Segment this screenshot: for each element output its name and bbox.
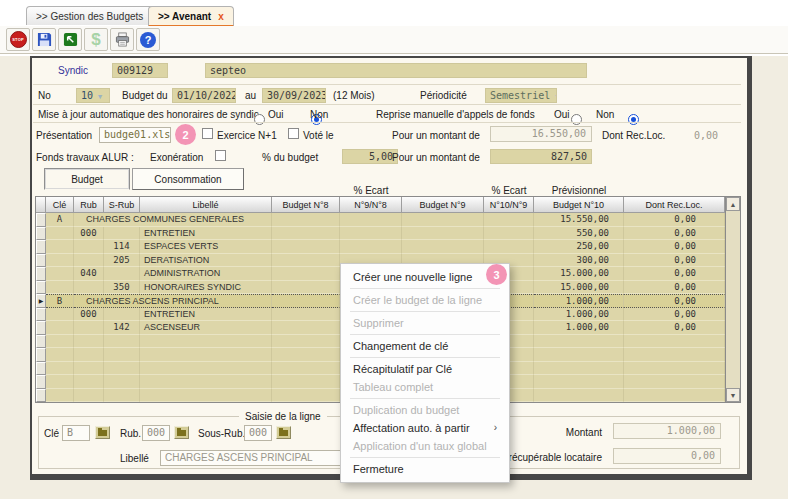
context-menu: Créer une nouvelle ligneCréer le budget … — [340, 263, 510, 483]
separator — [33, 84, 741, 85]
menu-item-label: Créer une nouvelle ligne — [353, 268, 472, 286]
sousrub-folder-button[interactable] — [276, 426, 291, 439]
budget-du-label: Budget du — [122, 90, 168, 101]
periodicite-select[interactable]: Semestriel▼ — [485, 88, 557, 103]
cell-srub — [104, 267, 140, 281]
scroll-up-icon[interactable]: ▲ — [726, 197, 740, 211]
cell-budget-n10 — [534, 375, 624, 389]
cell-cle — [46, 362, 74, 376]
table-row[interactable]: ACHARGES COMMUNES GENERALES15.550,000,00 — [36, 213, 740, 227]
ecart-109-label: % Ecart — [491, 185, 526, 196]
menu-item[interactable]: Affectation auto. à partir› — [341, 419, 509, 437]
dollar-icon: $ — [91, 30, 100, 50]
maj-oui-radio[interactable] — [254, 114, 265, 125]
montant-alur-field[interactable]: 827,50 — [490, 149, 592, 164]
syndic-code-field[interactable]: 009129 — [112, 63, 168, 78]
cell-cle — [46, 267, 74, 281]
column-header: Budget N°8 — [272, 197, 340, 213]
menu-item-label: Application d'un taux global — [353, 437, 487, 455]
syndic-name-field[interactable]: septeo — [205, 63, 587, 78]
previsionnel-label: Prévisionnel — [552, 185, 606, 196]
row-selector — [36, 254, 46, 268]
cell-ecart-n10n9 — [484, 213, 534, 227]
table-scrollbar[interactable]: ▲ ▼ — [725, 197, 740, 402]
table-row[interactable]: 114ESPACES VERTS250,000,00 — [36, 240, 740, 254]
toolbar: STOP $ — [0, 26, 788, 54]
menu-item[interactable]: Créer une nouvelle ligne — [341, 268, 509, 286]
rub-label: Rub. — [120, 428, 141, 439]
reprise-oui-radio[interactable] — [571, 114, 582, 125]
cell-cle: B — [46, 294, 74, 308]
submenu-arrow-icon: › — [494, 419, 497, 437]
non-label: Non — [310, 109, 328, 120]
menu-item[interactable]: Fermeture — [341, 460, 509, 478]
cell-ecart-n10n9 — [484, 240, 534, 254]
floppy-icon — [37, 32, 52, 47]
scroll-down-icon[interactable]: ▼ — [726, 388, 740, 402]
cell-budget-n8 — [272, 240, 340, 254]
tab-budget[interactable]: Budget — [44, 168, 130, 190]
cell-cle — [46, 308, 74, 322]
tab-label: >> Avenant — [158, 11, 211, 22]
cell-budget-n9 — [402, 240, 484, 254]
rub-folder-button[interactable] — [174, 426, 189, 439]
libelle-field[interactable]: CHARGES ASCENS PRINCIPAL — [160, 450, 345, 466]
print-button[interactable] — [110, 28, 134, 51]
tab-consommation[interactable]: Consommation — [132, 168, 244, 190]
menu-item-label: Changement de clé — [353, 337, 448, 355]
cell-cle — [46, 254, 74, 268]
menu-separator — [350, 288, 500, 289]
cell-budget-n10: 250,00 — [534, 240, 624, 254]
exoneration-checkbox[interactable] — [215, 150, 226, 161]
table-row[interactable]: 000ENTRETIEN550,000,00 — [36, 227, 740, 241]
column-header: Budget N°10 — [534, 197, 624, 213]
sousrub-field[interactable]: 000 — [244, 425, 272, 441]
cell-srub — [104, 335, 140, 349]
cle-field[interactable]: B — [62, 425, 90, 441]
fonds-alur-label: Fonds travaux ALUR : — [36, 152, 134, 163]
menu-item-label: Récapitulatif par Clé — [353, 360, 452, 378]
go-button[interactable] — [58, 28, 82, 51]
column-header: Clé — [46, 197, 74, 213]
cell-cle — [46, 240, 74, 254]
cell-dont-rec-loc: 0,00 — [624, 321, 725, 335]
cell-rub — [74, 254, 104, 268]
no-select[interactable]: 10▼ — [76, 88, 110, 103]
cell-libelle: ENTRETIEN — [140, 227, 272, 241]
column-header: Budget N°9 — [402, 197, 484, 213]
date-from-field[interactable]: 01/10/2022 — [172, 88, 236, 103]
tab-gestion-des-budgets[interactable]: >> Gestion des Budgets x — [26, 6, 166, 25]
presentation-field[interactable]: budge01.xls — [99, 127, 171, 143]
help-button[interactable]: ? — [136, 28, 160, 51]
cell-budget-n10 — [534, 335, 624, 349]
pct-budget-field[interactable]: 5,00 — [342, 149, 398, 164]
dont-rec-value: 0,00 — [668, 130, 718, 141]
date-to-field[interactable]: 30/09/2023 — [262, 88, 326, 103]
menu-item[interactable]: Changement de clé — [341, 337, 509, 355]
pour-montant2-label: Pour un montant de — [392, 152, 480, 163]
cle-folder-button[interactable] — [95, 426, 110, 439]
exercice-checkbox[interactable] — [202, 128, 213, 139]
cell-libelle — [140, 348, 272, 362]
money-button[interactable]: $ — [84, 28, 108, 51]
cell-budget-n10: 15.000,00 — [534, 267, 624, 281]
row-selector — [36, 321, 46, 335]
cell-budget-n8 — [272, 213, 340, 227]
stop-button[interactable]: STOP — [6, 28, 30, 51]
column-header: N°9/N°8 — [340, 197, 402, 213]
cell-cle — [46, 375, 74, 389]
syndic-label: Syndic — [58, 65, 88, 76]
cell-dont-rec-loc: 0,00 — [624, 294, 725, 308]
rub-field[interactable]: 000 — [142, 425, 170, 441]
menu-item[interactable]: Récapitulatif par Clé — [341, 360, 509, 378]
cell-cle — [46, 389, 74, 403]
cell-dont-rec-loc: 0,00 — [624, 308, 725, 322]
tab-avenant[interactable]: >> Avenant x — [148, 6, 234, 27]
vote-checkbox[interactable] — [288, 128, 299, 139]
row-selector — [36, 362, 46, 376]
tab-label: >> Gestion des Budgets — [36, 11, 143, 22]
cell-budget-n8 — [272, 362, 340, 376]
row-selector — [36, 348, 46, 362]
save-button[interactable] — [32, 28, 56, 51]
close-icon[interactable]: x — [218, 11, 224, 22]
